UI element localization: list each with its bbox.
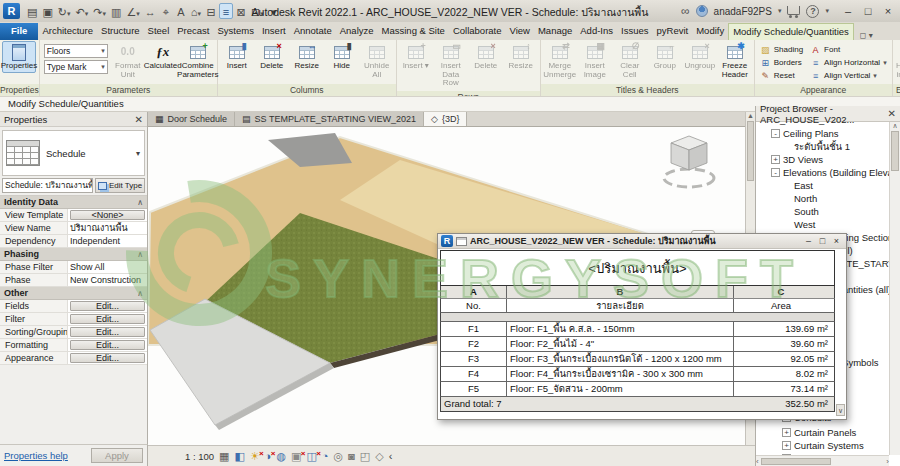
browser-item-west[interactable]: West <box>782 218 815 231</box>
close-button[interactable]: × <box>879 5 897 17</box>
help-icon[interactable]: ? <box>806 5 819 18</box>
expand-icon[interactable]: + <box>771 155 780 164</box>
cell-no[interactable]: F4 <box>441 367 507 381</box>
ribbon-options-arrow-icon[interactable]: ◻ ▾ <box>860 27 873 40</box>
tag-icon[interactable]: ⌖ <box>159 3 173 19</box>
calculated-button[interactable]: ƒxCalculated <box>146 41 180 73</box>
browser-item-curtain-panels[interactable]: +Curtain Panels <box>782 426 856 439</box>
formatting-button[interactable]: Edit... <box>70 340 145 350</box>
font-button[interactable]: AFont <box>807 43 890 56</box>
instance-combo[interactable]: Schedule: ปริมาณงานพื้น⌄ <box>2 178 93 193</box>
tab-modify[interactable]: Modify <box>692 23 728 40</box>
shadows-icon[interactable]: ◑× <box>265 451 272 462</box>
store-cart-icon[interactable] <box>787 6 800 15</box>
browser-item-east[interactable]: East <box>782 179 813 192</box>
cell-no[interactable]: F1 <box>441 322 507 336</box>
cell-area[interactable]: 92.05 m² <box>734 352 834 366</box>
cell-description[interactable]: Floor: F3_พื้นกระเบื้องแกรนิตโต้ - 1200 … <box>507 352 734 366</box>
minimize-button[interactable]: – <box>802 236 815 246</box>
cell-description[interactable]: Floor: F1_พื้น ค.ส.ล. - 150mm <box>507 322 734 336</box>
browser-item-elevations-building-elevation-[interactable]: -Elevations (Building Elevation) <box>771 166 900 179</box>
text-icon[interactable]: A <box>174 3 188 19</box>
tab-structure[interactable]: Structure <box>97 23 144 40</box>
save-icon[interactable]: ▣ <box>40 3 54 19</box>
section-header-phasing[interactable]: Phasing∧ <box>0 248 147 261</box>
chevron-down-icon[interactable]: ▾ <box>136 149 140 158</box>
thin-lines-icon[interactable]: ≡ <box>219 3 233 19</box>
close-inactive-windows-icon[interactable]: ⊠ <box>234 3 248 19</box>
close-icon[interactable]: ✕ <box>135 114 143 125</box>
property-value[interactable]: Independent <box>68 235 147 247</box>
tab-steel[interactable]: Steel <box>144 23 174 40</box>
browser-item-north[interactable]: North <box>782 192 817 205</box>
tab-annotate[interactable]: Annotate <box>290 23 336 40</box>
close-icon[interactable]: ✕ <box>888 108 896 119</box>
expand-icon[interactable]: + <box>782 441 791 450</box>
cell-description[interactable]: Floor: F4_พื้นกระเบื้องเซรามิค - 300 x 3… <box>507 367 734 381</box>
column-letter[interactable]: A <box>441 286 507 298</box>
type-selector[interactable]: Schedule ▾ <box>2 130 145 176</box>
cell-area[interactable]: 8.02 m² <box>734 367 834 381</box>
help-menu-arrow-icon[interactable]: ▾ <box>825 7 829 15</box>
aligned-dimension-icon[interactable]: ↔ <box>143 3 158 19</box>
visual-style-icon[interactable]: ◧ <box>234 451 244 462</box>
minimize-button[interactable]: – <box>839 5 857 17</box>
tab-insert[interactable]: Insert <box>258 23 290 40</box>
browser-item--1[interactable]: ระดับพื้นชั้น 1 <box>782 140 850 153</box>
collapse-icon[interactable]: - <box>771 168 780 177</box>
hide-button[interactable]: ▮Hide <box>325 41 359 73</box>
close-button[interactable]: × <box>830 236 843 246</box>
header-cell[interactable]: No. <box>441 299 507 312</box>
view-scale-label[interactable]: 1 : 100 <box>185 451 214 462</box>
tab-view[interactable]: View <box>506 23 534 40</box>
rendering-dialog-icon[interactable]: ◍ <box>276 451 286 462</box>
browser-item-curtain-systems[interactable]: +Curtain Systems <box>782 439 864 452</box>
cell-area[interactable]: 73.14 m² <box>734 382 834 396</box>
redo-icon[interactable]: ↷▾ <box>91 3 108 19</box>
property-value[interactable]: Show All <box>68 261 147 273</box>
browser-horizontal-scrollbar[interactable]: ‹› <box>756 455 889 466</box>
measure-icon[interactable]: ∠▾ <box>124 3 141 19</box>
properties-button[interactable]: Properties <box>2 41 36 73</box>
collapse-icon[interactable]: - <box>771 129 780 138</box>
viewcube[interactable] <box>661 130 717 192</box>
filter-button[interactable]: Edit... <box>70 314 145 324</box>
section-icon[interactable]: ⊟ <box>204 3 218 19</box>
shading-button[interactable]: ▨Shading <box>757 43 806 56</box>
combine-parameters-button[interactable]: +Combine Parameters <box>181 41 215 81</box>
collapse-icon[interactable]: ‹ <box>389 451 393 462</box>
cell-area[interactable]: 39.60 m² <box>734 337 834 351</box>
revit-logo-icon[interactable]: R <box>3 3 20 19</box>
user-avatar-icon[interactable] <box>696 5 708 17</box>
cell-area[interactable]: 139.69 m² <box>734 322 834 336</box>
maximize-button[interactable]: □ <box>859 5 877 17</box>
property-value[interactable]: New Construction <box>68 274 147 286</box>
schedule-window-titlebar[interactable]: R ARC_HOUSE_V2022_NEW VER - Schedule: ปร… <box>438 234 846 249</box>
cell-no[interactable]: F5 <box>441 382 507 396</box>
properties-help-link[interactable]: Properties help <box>4 450 68 461</box>
tab-file[interactable]: File <box>0 23 38 40</box>
crop-region-icon[interactable]: ◫× <box>306 451 316 462</box>
tab-architecture[interactable]: Architecture <box>38 23 97 40</box>
section-header-other[interactable]: Other∧ <box>0 287 147 300</box>
user-menu-arrow-icon[interactable]: ▾ <box>778 7 782 15</box>
tab-manage[interactable]: Manage <box>534 23 576 40</box>
detail-level-icon[interactable]: ▦ <box>219 451 229 462</box>
scroll-down-icon[interactable]: ∨ <box>836 404 845 416</box>
analytical-model-icon[interactable]: ◰ <box>360 451 370 462</box>
insert-button[interactable]: ▮Insert <box>220 41 254 73</box>
signed-in-user[interactable]: anadaF92PS <box>714 6 772 17</box>
sorting-grouping-button[interactable]: Edit... <box>70 327 145 337</box>
reset-button[interactable]: ✎Reset <box>757 69 806 82</box>
header-cell[interactable]: รายละเอียด <box>507 299 734 312</box>
fields-button[interactable]: Edit... <box>70 301 145 311</box>
maximize-button[interactable]: □ <box>816 236 829 246</box>
view-tab--3d-[interactable]: ◇{3D} <box>424 112 467 126</box>
undo-icon[interactable]: ↶▾ <box>74 3 91 19</box>
expand-icon[interactable]: + <box>782 428 791 437</box>
resize-button[interactable]: ↔Resize <box>290 41 324 73</box>
section-header-identity-data[interactable]: Identity Data∧ <box>0 196 147 209</box>
tab-pyrevit[interactable]: pyRevit <box>653 23 693 40</box>
tab-analyze[interactable]: Analyze <box>336 23 378 40</box>
tab-massing-site[interactable]: Massing & Site <box>378 23 449 40</box>
